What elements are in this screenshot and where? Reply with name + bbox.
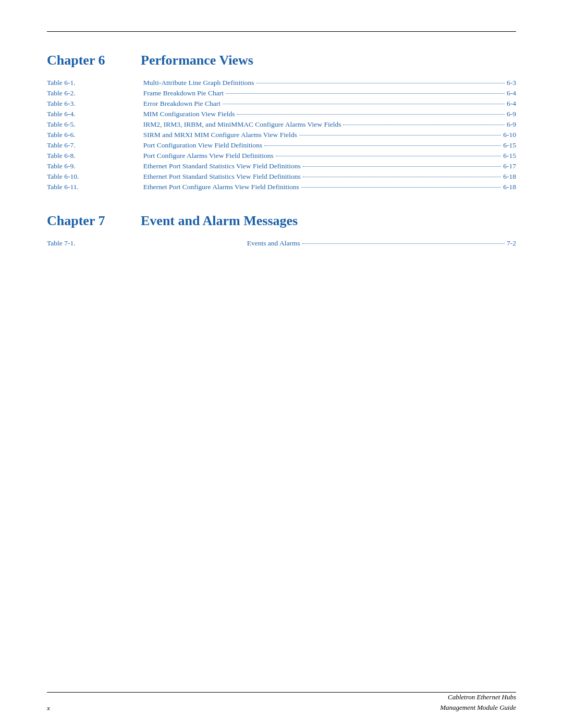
toc-table-label: Table 6-5. [47,119,143,130]
table-row: Table 7-1.Events and Alarms7-2 [47,238,516,249]
toc-dots [299,135,501,135]
chapter-title-2: Event and Alarm Messages [141,213,298,229]
toc-entry-page: 6-3 [507,79,516,87]
toc-entry-page: 7-2 [507,239,516,248]
toc-table-entry: MIM Configuration View Fields6-9 [143,109,516,119]
table-row: Table 6-8.Port Configure Alarms View Fie… [47,151,516,161]
toc-table-2: Table 7-1.Events and Alarms7-2 [47,238,516,249]
toc-table-label: Table 7-1. [47,238,247,249]
toc-table-label: Table 6-11. [47,182,143,192]
toc-table-label: Table 6-10. [47,171,143,182]
table-row: Table 6-6.SIRM and MRXI MIM Configure Al… [47,130,516,140]
toc-dots [303,166,501,167]
table-row: Table 6-4.MIM Configuration View Fields6… [47,109,516,119]
table-row: Table 6-9.Ethernet Port Standard Statist… [47,161,516,171]
toc-entry-title: Error Breakdown Pie Chart [143,100,221,108]
footer-title: Cabletron Ethernet HubsManagement Module… [440,692,516,712]
toc-table-entry: SIRM and MRXI MIM Configure Alarms View … [143,130,516,140]
toc-entry-title: Multi-Attribute Line Graph Definitions [143,79,254,87]
toc-table-entry: Ethernet Port Configure Alarms View Fiel… [143,182,516,192]
toc-entry-title: Port Configure Alarms View Field Definit… [143,152,274,160]
toc-dots [301,187,501,188]
chapter-section-1: Chapter 6Performance ViewsTable 6-1.Mult… [47,53,516,192]
toc-entry-page: 6-4 [507,89,516,97]
table-row: Table 6-5.IRM2, IRM3, IRBM, and MiniMMAC… [47,119,516,130]
toc-entry-title: SIRM and MRXI MIM Configure Alarms View … [143,131,297,139]
toc-entry-page: 6-9 [507,110,516,118]
toc-dots [256,83,505,83]
toc-table-label: Table 6-2. [47,88,143,98]
toc-entry-title: MIM Configuration View Fields [143,110,235,118]
toc-dots [343,125,505,125]
toc-table-entry: Ethernet Port Standard Statistics View F… [143,171,516,182]
toc-entry-page: 6-15 [503,141,516,150]
footer-page: x [47,704,50,712]
toc-dots [302,243,505,244]
table-row: Table 6-1.Multi-Attribute Line Graph Def… [47,78,516,88]
toc-table-entry: IRM2, IRM3, IRBM, and MiniMMAC Configure… [143,119,516,130]
toc-entry-page: 6-9 [507,120,516,129]
toc-entry-page: 6-10 [503,131,516,139]
toc-table-label: Table 6-4. [47,109,143,119]
chapter-heading-2: Chapter 7Event and Alarm Messages [47,213,516,229]
chapters-container: Chapter 6Performance ViewsTable 6-1.Mult… [47,53,516,249]
toc-dots [303,177,501,177]
toc-entry-page: 6-4 [507,100,516,108]
toc-entry-title: Frame Breakdown Pie Chart [143,89,224,97]
toc-dots [223,104,505,104]
top-rule [47,31,516,32]
table-row: Table 6-3.Error Breakdown Pie Chart6-4 [47,98,516,109]
toc-table-entry: Error Breakdown Pie Chart6-4 [143,98,516,109]
toc-table-label: Table 6-6. [47,130,143,140]
toc-table-entry: Events and Alarms7-2 [247,238,516,249]
toc-dots [276,156,501,156]
table-row: Table 6-10.Ethernet Port Standard Statis… [47,171,516,182]
table-row: Table 6-2.Frame Breakdown Pie Chart6-4 [47,88,516,98]
toc-table-label: Table 6-1. [47,78,143,88]
toc-entry-title: Port Configuration View Field Definition… [143,141,262,150]
toc-entry-title: Ethernet Port Standard Statistics View F… [143,172,301,181]
toc-dots [226,93,505,94]
toc-table-label: Table 6-8. [47,151,143,161]
toc-table-entry: Frame Breakdown Pie Chart6-4 [143,88,516,98]
table-row: Table 6-11.Ethernet Port Configure Alarm… [47,182,516,192]
toc-dots [237,114,505,115]
chapter-number-2: Chapter 7 [47,213,109,229]
chapter-section-2: Chapter 7Event and Alarm MessagesTable 7… [47,213,516,249]
chapter-heading-1: Chapter 6Performance Views [47,53,516,68]
toc-entry-title: Events and Alarms [247,239,300,248]
chapter-number-1: Chapter 6 [47,53,109,68]
toc-entry-title: Ethernet Port Standard Statistics View F… [143,162,301,170]
toc-entry-page: 6-17 [503,162,516,170]
toc-table-entry: Multi-Attribute Line Graph Definitions6-… [143,78,516,88]
toc-table-entry: Ethernet Port Standard Statistics View F… [143,161,516,171]
toc-table-1: Table 6-1.Multi-Attribute Line Graph Def… [47,78,516,192]
toc-entry-page: 6-15 [503,152,516,160]
toc-dots [264,145,501,146]
toc-table-entry: Port Configuration View Field Definition… [143,140,516,151]
table-row: Table 6-7.Port Configuration View Field … [47,140,516,151]
toc-entry-page: 6-18 [503,172,516,181]
toc-entry-page: 6-18 [503,183,516,191]
toc-entry-title: Ethernet Port Configure Alarms View Fiel… [143,183,299,191]
page: Chapter 6Performance ViewsTable 6-1.Mult… [0,0,563,728]
toc-table-label: Table 6-3. [47,98,143,109]
chapter-title-1: Performance Views [141,53,253,68]
toc-entry-title: IRM2, IRM3, IRBM, and MiniMMAC Configure… [143,120,341,129]
toc-table-entry: Port Configure Alarms View Field Definit… [143,151,516,161]
toc-table-label: Table 6-7. [47,140,143,151]
toc-table-label: Table 6-9. [47,161,143,171]
footer: x Cabletron Ethernet HubsManagement Modu… [47,692,516,712]
